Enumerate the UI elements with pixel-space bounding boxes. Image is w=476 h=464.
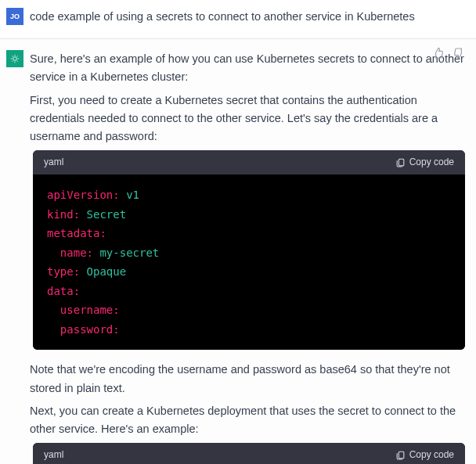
code-block-2: yaml Copy code apiVersion: apps/v1 kind:…	[33, 443, 465, 464]
copy-code-label: Copy code	[409, 448, 454, 462]
svg-rect-1	[398, 159, 403, 166]
copy-code-button[interactable]: Copy code	[395, 155, 454, 170]
assistant-step2: Next, you can create a Kubernetes deploy…	[30, 402, 465, 438]
user-message: JO code example of using a secrets to co…	[0, 0, 476, 39]
svg-rect-2	[398, 451, 403, 459]
copy-code-button[interactable]: Copy code	[395, 448, 454, 462]
code-content-1: apiVersion: v1 kind: Secret metadata: na…	[33, 174, 465, 350]
user-avatar: JO	[6, 8, 23, 25]
assistant-avatar	[6, 50, 23, 67]
user-message-text: code example of using a secrets to conne…	[30, 8, 465, 26]
thumbs-up-icon[interactable]	[432, 47, 445, 65]
assistant-intro: Sure, here's an example of how you can u…	[30, 50, 465, 86]
assistant-note: Note that we're encoding the username an…	[30, 361, 465, 397]
svg-point-0	[13, 57, 17, 61]
assistant-step1: First, you need to create a Kubernetes s…	[30, 92, 465, 146]
thumbs-down-icon[interactable]	[453, 47, 465, 65]
feedback-buttons	[432, 47, 465, 65]
clipboard-icon	[395, 450, 406, 460]
code-lang-label: yaml	[44, 448, 63, 462]
copy-code-label: Copy code	[409, 155, 454, 170]
code-lang-label: yaml	[44, 155, 63, 170]
assistant-message: Sure, here's an example of how you can u…	[0, 39, 476, 464]
clipboard-icon	[395, 157, 406, 167]
code-block-1: yaml Copy code apiVersion: v1 kind: Secr…	[33, 150, 465, 350]
